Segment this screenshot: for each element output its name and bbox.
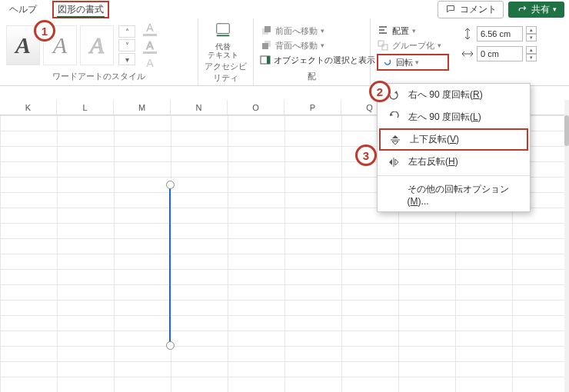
share-icon [516,3,528,15]
height-icon [461,28,474,40]
group-icon [377,39,389,51]
width-spinner[interactable]: ▴▾ [526,46,537,61]
scrollbar-thumb[interactable] [564,115,569,146]
group-arrange-right: 配置▾ グループ化▾ 回転▾ [371,18,455,85]
tab-bar: ヘルプ 図形の書式 コメント 共有 ▾ [0,0,569,18]
selected-line-shape[interactable] [169,184,171,346]
wordart-up-button[interactable]: ˄ [118,25,135,38]
group-accessibility: 代替 テキスト アクセシビリティ [198,18,254,85]
svg-rect-5 [262,43,268,49]
comment-icon [444,3,457,15]
vertical-scrollbar[interactable] [564,100,569,392]
col-header[interactable]: N [171,100,228,115]
alt-text-label: 代替 テキスト [208,42,238,59]
alt-text-button[interactable]: 代替 テキスト [205,22,241,59]
callout-2: 2 [369,81,391,102]
col-header[interactable]: P [284,100,341,115]
rotate-button[interactable]: 回転▾ [377,54,449,71]
share-label: 共有 [531,3,550,16]
tab-shape-format[interactable]: 図形の書式 [52,1,109,18]
col-header[interactable]: K [0,100,57,115]
menu-rotate-right[interactable]: 右へ 90 度回転(R) [378,84,530,106]
wordart-group-label: ワードアートのスタイル [6,69,191,84]
tab-help[interactable]: ヘルプ [5,2,42,18]
bring-forward-button[interactable]: 前面へ移動▾ [260,25,364,37]
align-icon [377,25,389,37]
send-backward-icon [260,39,272,51]
chevron-down-icon: ▾ [553,5,557,13]
svg-rect-7 [267,56,270,64]
comment-label: コメント [460,3,497,16]
accessibility-group-label: アクセシビリティ [205,59,247,85]
rotate-icon [381,56,394,68]
share-button[interactable]: 共有 ▾ [508,2,564,18]
menu-separator [378,175,530,176]
menu-flip-horizontal[interactable]: 左右反転(H) [378,151,530,173]
svg-rect-9 [382,45,388,50]
flip-vertical-icon [388,134,402,146]
svg-rect-0 [217,24,230,34]
wordart-more-button[interactable]: ▾ [118,53,135,65]
height-input[interactable]: 6.56 cm [477,26,523,42]
ribbon: A A A ˄ ˅ ▾ A A A ワードアートのスタイル 代替 テキスト アク… [0,18,569,86]
callout-1: 1 [34,20,55,42]
group-wordart: A A A ˄ ˅ ▾ A A A ワードアートのスタイル [0,18,198,85]
selection-pane-icon [260,54,271,66]
text-effects-icon[interactable]: A [143,57,157,69]
menu-more-rotation[interactable]: その他の回転オプション(M)... [378,178,530,211]
svg-rect-3 [265,26,271,32]
group-arrange-left: 前面へ移動▾ 背面へ移動▾ オブジェクトの選択と表示 配 [254,18,371,85]
align-button[interactable]: 配置▾ [377,25,449,37]
width-input[interactable]: 0 cm [477,46,523,61]
col-header[interactable]: L [57,100,114,115]
svg-rect-8 [378,41,384,46]
alt-text-icon [215,22,231,41]
wordart-down-button[interactable]: ˅ [118,39,135,51]
comment-button[interactable]: コメント [438,1,504,18]
col-header[interactable]: O [228,100,284,115]
rotate-left-90-icon [387,111,401,124]
menu-rotate-left[interactable]: 左へ 90 度回転(L) [378,106,530,128]
group-size: 6.56 cm ▴▾ 0 cm ▴▾ [455,18,557,85]
group-button[interactable]: グループ化▾ [377,39,449,51]
flip-horizontal-icon [387,156,401,168]
col-header[interactable]: M [114,100,171,115]
height-spinner[interactable]: ▴▾ [526,26,537,42]
svg-rect-1 [217,35,230,36]
menu-flip-vertical[interactable]: 上下反転(V) [379,128,528,151]
bring-forward-icon [260,25,272,37]
wordart-style-3[interactable]: A [80,25,114,65]
selection-pane-button[interactable]: オブジェクトの選択と表示 [260,54,364,66]
width-icon [461,48,474,60]
text-outline-icon[interactable]: A [143,39,157,54]
send-backward-button[interactable]: 背面へ移動▾ [260,39,364,51]
arrange-left-group-label: 配 [260,69,364,84]
rotate-dropdown-menu: 右へ 90 度回転(R) 左へ 90 度回転(L) 上下反転(V) 左右反転(H… [377,83,531,212]
callout-3: 3 [355,145,377,166]
text-fill-icon[interactable]: A [143,22,157,36]
